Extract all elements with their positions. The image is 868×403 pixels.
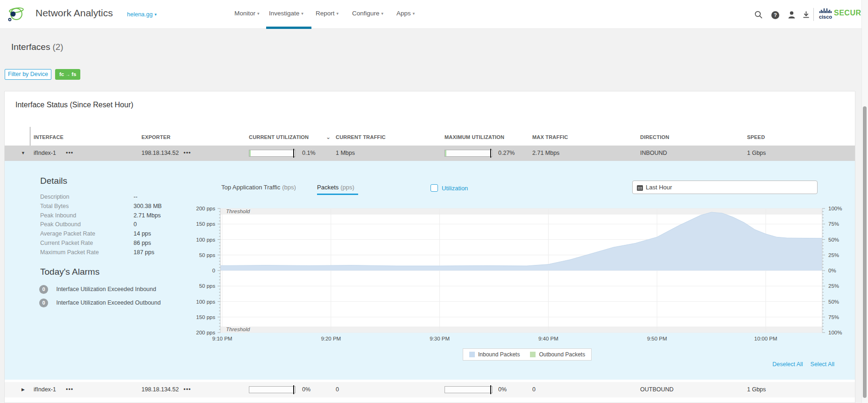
direction-value: INBOUND (640, 146, 667, 161)
row-menu-icon[interactable]: ••• (66, 146, 73, 161)
tab-packets[interactable]: Packets(pps) (317, 184, 354, 191)
sort-chevron-icon[interactable]: ⌄ (326, 134, 331, 140)
account-caret-icon: ▾ (155, 12, 157, 17)
chevron-down-icon: ▾ (301, 11, 303, 16)
expanded-interface-panel: Details Description-- Total Bytes300.38 … (5, 161, 855, 380)
svg-text:cisco: cisco (819, 14, 832, 20)
maximum-utilization-value: 0.27% (498, 146, 515, 161)
account-menu[interactable]: helena.gg▾ (127, 11, 156, 18)
threshold-marker (490, 385, 491, 394)
svg-text:10:00 PM: 10:00 PM (754, 336, 777, 341)
svg-text:9:50 PM: 9:50 PM (647, 336, 667, 341)
packets-chart: 200 pps150 pps100 pps50 pps050 pps100 pp… (5, 205, 852, 345)
table-row-inbound[interactable]: ▼ ifIndex-1 ••• 198.18.134.52 ••• 0.1% 1… (5, 146, 855, 161)
interface-name: ifIndex-1 (34, 146, 56, 161)
active-nav-underline (266, 27, 311, 29)
svg-text:25%: 25% (828, 252, 839, 258)
column-header-interface[interactable]: INTERFACE (34, 134, 64, 140)
nav-monitor[interactable]: Monitor▾ (234, 10, 260, 17)
row-menu-icon[interactable]: ••• (183, 382, 191, 397)
maximum-utilization-bar (445, 386, 493, 393)
exporter-ip: 198.18.134.52 (141, 382, 179, 397)
svg-text:200 pps: 200 pps (196, 330, 215, 335)
threshold-marker (293, 385, 294, 394)
svg-text:100%: 100% (828, 206, 842, 211)
utilization-checkbox[interactable] (430, 184, 438, 192)
download-icon[interactable] (802, 11, 810, 19)
speed-value: 1 Gbps (747, 146, 766, 161)
outbound-swatch-icon (530, 352, 536, 357)
time-range-select[interactable]: Last Hour (632, 181, 818, 194)
nav-apps[interactable]: Apps▾ (396, 10, 415, 17)
svg-text:9:20 PM: 9:20 PM (321, 336, 341, 341)
legend-inbound-packets[interactable]: Inbound Packets (469, 351, 520, 358)
svg-text:100 pps: 100 pps (196, 299, 215, 305)
threshold-band-bottom (220, 327, 822, 333)
legend-outbound-packets[interactable]: Outbound Packets (530, 351, 585, 358)
current-utilization-bar (249, 386, 296, 393)
nav-configure[interactable]: Configure▾ (352, 10, 383, 17)
nav-investigate[interactable]: Investigate▾ (269, 10, 303, 17)
page-scrollbar-thumb[interactable] (863, 106, 867, 398)
threshold-label-top: Threshold (226, 208, 250, 214)
calendar-icon (636, 184, 643, 191)
column-header-speed[interactable]: SPEED (747, 134, 765, 140)
chevron-down-icon: ▾ (257, 11, 260, 16)
svg-text:100%: 100% (828, 330, 842, 335)
svg-text:9:30 PM: 9:30 PM (430, 336, 450, 341)
device-filter-badge[interactable]: fc→fs (55, 69, 80, 80)
svg-text:0%: 0% (828, 268, 836, 273)
arrow-right-icon: → (65, 72, 70, 77)
max-traffic-value: 0 (532, 382, 536, 397)
column-header-direction[interactable]: DIRECTION (640, 134, 669, 140)
header-divider (813, 8, 814, 21)
nav-report[interactable]: Report▾ (316, 10, 339, 17)
exporter-ip: 198.18.134.52 (141, 146, 179, 161)
tab-top-application-traffic[interactable]: Top Application Traffic(bps) (221, 184, 296, 191)
page-scrollbar-track[interactable] (861, 0, 868, 403)
column-header-max-traffic[interactable]: MAX TRAFFIC (532, 134, 568, 140)
chevron-down-icon: ▾ (381, 11, 384, 16)
search-icon[interactable] (755, 11, 762, 19)
svg-text:50 pps: 50 pps (199, 283, 215, 289)
active-tab-underline (317, 194, 358, 195)
column-header-maximum-utilization[interactable]: MAXIMUM UTILIZATION (445, 134, 504, 140)
row-menu-icon[interactable]: ••• (183, 146, 191, 161)
threshold-label-bottom: Threshold (226, 327, 250, 332)
collapse-caret-icon[interactable]: ▼ (21, 146, 25, 161)
chart-legend: Inbound Packets Outbound Packets (463, 348, 592, 361)
svg-text:75%: 75% (828, 221, 839, 227)
help-icon[interactable]: ? (771, 11, 779, 19)
maximum-utilization-bar (445, 150, 493, 157)
max-traffic-value: 2.71 Mbps (532, 146, 559, 161)
svg-text:150 pps: 150 pps (196, 314, 215, 320)
app-header: Network Analytics helena.gg▾ Monitor▾ In… (0, 0, 868, 29)
expand-caret-icon[interactable]: ▶ (21, 382, 25, 397)
filter-by-device-button[interactable]: Filter by Device (5, 69, 51, 80)
interface-status-panel: Interface Status (Since Reset Hour) INTE… (4, 91, 855, 403)
utilization-checkbox-label[interactable]: Utilization (442, 185, 468, 192)
column-header-current-traffic[interactable]: CURRENT TRAFFIC (336, 134, 386, 140)
chevron-down-icon: ▾ (413, 11, 415, 16)
threshold-marker (293, 149, 294, 158)
row-menu-icon[interactable]: ••• (66, 382, 73, 397)
direction-value: OUTBOUND (640, 382, 674, 397)
threshold-band-top (220, 208, 822, 215)
table-row-outbound[interactable]: ▶ ifIndex-1 ••• 198.18.134.52 ••• 0% 0 0… (5, 382, 855, 397)
chevron-down-icon: ▾ (337, 11, 339, 16)
current-utilization-bar (249, 150, 296, 157)
current-traffic-value: 1 Mbps (336, 146, 355, 161)
deselect-all-link[interactable]: Deselect All (772, 361, 803, 368)
cisco-logo-icon: cisco (818, 7, 833, 20)
user-icon[interactable] (788, 11, 796, 19)
column-header-current-utilization[interactable]: CURRENT UTILIZATION (249, 134, 309, 140)
select-all-link[interactable]: Select All (811, 361, 834, 368)
panel-title: Interface Status (Since Reset Hour) (15, 101, 134, 109)
maximum-utilization-value: 0% (498, 382, 507, 397)
svg-text:50%: 50% (828, 299, 839, 305)
svg-text:200 pps: 200 pps (196, 206, 215, 211)
current-utilization-value: 0.1% (302, 146, 316, 161)
app-title: Network Analytics (35, 7, 113, 19)
column-header-exporter[interactable]: EXPORTER (141, 134, 170, 140)
inbound-swatch-icon (469, 352, 475, 357)
